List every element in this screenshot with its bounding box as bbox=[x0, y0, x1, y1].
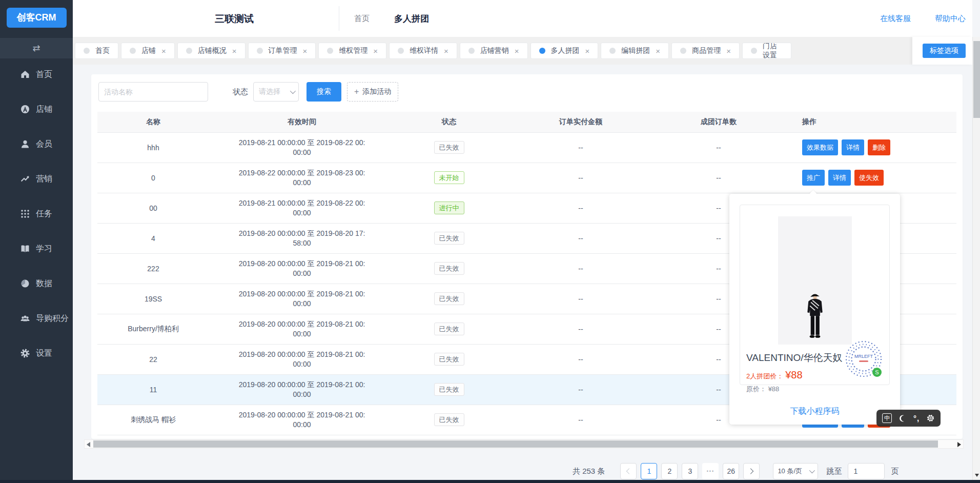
search-button[interactable]: 搜索 bbox=[307, 82, 341, 102]
moon-icon[interactable] bbox=[899, 414, 907, 422]
cell-status: 已失效 bbox=[395, 284, 503, 314]
sidebar-item-营销[interactable]: 营销 bbox=[0, 169, 73, 189]
pagination-next-button[interactable] bbox=[743, 463, 760, 479]
tab-首页[interactable]: 首页 bbox=[75, 43, 118, 59]
删除-button[interactable]: 删除 bbox=[868, 139, 890, 155]
sidebar-item-任务[interactable]: 任务 bbox=[0, 204, 73, 224]
add-activity-button[interactable]: + 添加活动 bbox=[347, 82, 398, 102]
cell-actions: 效果数据详情删除 bbox=[779, 132, 956, 163]
sidebar-item-设置[interactable]: 设置 bbox=[0, 343, 73, 364]
效果数据-button[interactable]: 效果数据 bbox=[802, 139, 838, 155]
tab-订单管理[interactable]: 订单管理× bbox=[248, 43, 316, 59]
cell-paid-amount: -- bbox=[503, 223, 658, 253]
scroll-left-arrow-icon[interactable] bbox=[87, 442, 90, 447]
sidebar-item-店铺[interactable]: 店铺 bbox=[0, 99, 73, 119]
sidebar-item-label: 店铺 bbox=[36, 104, 52, 115]
close-icon[interactable]: × bbox=[373, 47, 378, 55]
tab-dot-icon bbox=[468, 48, 475, 54]
close-icon[interactable]: × bbox=[161, 47, 166, 55]
详情-button[interactable]: 详情 bbox=[828, 170, 851, 186]
pagination-page-1[interactable]: 1 bbox=[641, 463, 657, 479]
cell-name: 0 bbox=[97, 163, 209, 193]
tab-编辑拼团[interactable]: 编辑拼团× bbox=[601, 43, 669, 59]
column-header-有效时间: 有效时间 bbox=[209, 112, 395, 132]
sidebar-item-学习[interactable]: 学习 bbox=[0, 238, 73, 259]
sidebar-item-数据[interactable]: 数据 bbox=[0, 273, 73, 294]
data-icon bbox=[19, 278, 31, 289]
help-center-link[interactable]: 帮助中心 bbox=[935, 14, 966, 24]
sidebar-item-label: 学习 bbox=[36, 244, 52, 254]
page-size-select[interactable]: 10 条/页 bbox=[773, 463, 818, 479]
download-qr-link[interactable]: 下载小程序码 bbox=[729, 406, 900, 417]
tab-店铺营销[interactable]: 店铺营销× bbox=[460, 43, 528, 59]
pagination-page-2[interactable]: 2 bbox=[661, 463, 678, 479]
jump-page-input[interactable] bbox=[848, 463, 885, 479]
close-icon[interactable]: × bbox=[515, 47, 519, 55]
pagination-total: 共 253 条 bbox=[573, 467, 605, 476]
status-badge: 未开始 bbox=[434, 171, 464, 185]
table-row: 02019-08-22 00:00:00 至 2019-08-23 00:00:… bbox=[97, 163, 956, 193]
pagination-page-26[interactable]: 26 bbox=[723, 463, 739, 479]
sidebar-item-导购积分[interactable]: 导购积分 bbox=[0, 308, 73, 329]
tab-dot-icon bbox=[398, 48, 404, 54]
table-row: hhh2019-08-21 00:00:00 至 2019-08-22 00:0… bbox=[97, 132, 956, 163]
close-icon[interactable]: × bbox=[303, 47, 308, 55]
collapse-arrows-icon[interactable]: ⇄ bbox=[32, 43, 40, 53]
tab-维权管理[interactable]: 维权管理× bbox=[318, 43, 386, 59]
horizontal-scrollbar-thumb[interactable] bbox=[93, 440, 938, 448]
plus-icon: + bbox=[354, 87, 359, 96]
tab-店铺[interactable]: 店铺× bbox=[121, 43, 175, 59]
sidebar-item-label: 导购积分 bbox=[36, 313, 69, 324]
status-badge: 已失效 bbox=[434, 232, 464, 245]
sidebar-item-会员[interactable]: 会员 bbox=[0, 134, 73, 154]
tab-维权详情[interactable]: 维权详情× bbox=[389, 43, 457, 59]
status-badge: 已失效 bbox=[434, 353, 464, 366]
sidebar-collapse-bar[interactable]: ⇄ bbox=[0, 38, 73, 58]
vertical-scrollbar[interactable] bbox=[972, 37, 980, 480]
sidebar-menu: 首页店铺会员营销任务学习数据导购积分设置 bbox=[0, 58, 73, 378]
pagination-prev-button[interactable] bbox=[620, 463, 637, 479]
tab-商品管理[interactable]: 商品管理× bbox=[671, 43, 740, 59]
lang-zh-icon[interactable]: 中 bbox=[882, 413, 892, 423]
tab-店铺概况[interactable]: 店铺概况× bbox=[177, 43, 246, 59]
breadcrumb-home[interactable]: 首页 bbox=[354, 14, 370, 24]
gear-icon[interactable] bbox=[926, 414, 935, 422]
original-price-label: 原价： bbox=[746, 385, 766, 393]
promote-popover: VALENTINO/华伦天奴 2人拼团价： ¥88 原价： ¥88 MRLEFT… bbox=[729, 194, 900, 425]
cell-status: 已失效 bbox=[395, 344, 503, 374]
tab-label: 门店设置 bbox=[763, 43, 783, 59]
cell-name: 222 bbox=[97, 253, 209, 284]
tab-多人拼团[interactable]: 多人拼团× bbox=[530, 43, 599, 59]
scroll-right-arrow-icon[interactable] bbox=[957, 442, 961, 447]
tags-options-button[interactable]: 标签选项 bbox=[923, 44, 966, 58]
推广-button[interactable]: 推广 bbox=[802, 170, 825, 186]
详情-button[interactable]: 详情 bbox=[842, 139, 864, 155]
close-icon[interactable]: × bbox=[726, 47, 731, 55]
close-icon[interactable]: × bbox=[656, 47, 660, 55]
cell-paid-amount: -- bbox=[503, 193, 658, 223]
sidebar-item-首页[interactable]: 首页 bbox=[0, 64, 73, 85]
sidebar-item-label: 会员 bbox=[36, 139, 52, 150]
activity-name-input[interactable] bbox=[98, 82, 208, 102]
pagination-page-3[interactable]: 3 bbox=[682, 463, 698, 479]
status-badge: 已失效 bbox=[434, 292, 464, 306]
status-select[interactable]: 请选择 bbox=[253, 82, 299, 102]
cell-name: 4 bbox=[97, 223, 209, 253]
使失效-button[interactable]: 使失效 bbox=[854, 170, 884, 186]
degree-comma-icon[interactable]: °, bbox=[913, 414, 920, 422]
tab-label: 店铺营销 bbox=[480, 46, 509, 55]
product-image bbox=[778, 216, 852, 345]
tab-label: 商品管理 bbox=[692, 46, 721, 55]
close-icon[interactable]: × bbox=[444, 47, 448, 55]
horizontal-scrollbar[interactable] bbox=[84, 439, 964, 449]
cell-valid-time: 2019-08-20 00:00:00 至 2019-08-21 00:00:0… bbox=[209, 405, 395, 435]
cell-paid-amount: -- bbox=[503, 284, 658, 314]
online-service-link[interactable]: 在线客服 bbox=[880, 14, 911, 24]
vertical-scrollbar-thumb[interactable] bbox=[973, 41, 980, 118]
scroll-down-arrow-icon[interactable] bbox=[975, 474, 979, 477]
cell-status: 已失效 bbox=[395, 374, 503, 405]
tab-门店设置[interactable]: 门店设置 bbox=[742, 43, 791, 59]
close-icon[interactable]: × bbox=[585, 47, 590, 55]
original-price-value: ¥88 bbox=[768, 385, 780, 393]
close-icon[interactable]: × bbox=[232, 47, 237, 55]
